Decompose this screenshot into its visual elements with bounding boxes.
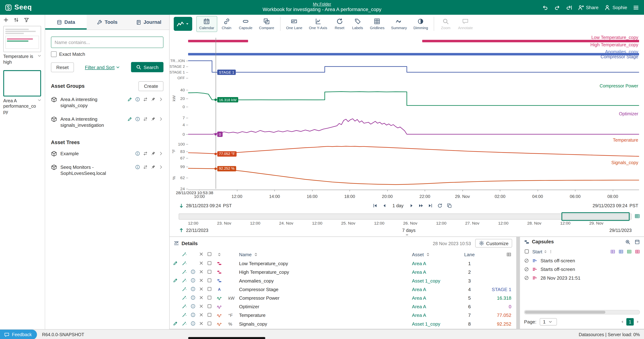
page-select[interactable]: 1 xyxy=(540,318,557,326)
capsule-bar[interactable] xyxy=(188,53,639,55)
details-row-compressor-power[interactable]: kWCompressor PowerArea A516.318 xyxy=(170,294,516,302)
lane-compressor-power[interactable]: 40200kW16.318 kW xyxy=(188,90,639,107)
trend-chart[interactable]: Low Temperature_copyHigh Temperature_cop… xyxy=(170,33,644,201)
pin-icon[interactable] xyxy=(151,117,156,122)
details-row-temperature[interactable]: °FTemperatureArea A777.052 xyxy=(170,311,516,319)
pencil-icon[interactable] xyxy=(127,97,132,102)
lane-label-optimizer[interactable]: Optimizer xyxy=(619,111,638,117)
zoom-capsules-button[interactable] xyxy=(625,239,630,244)
close-x-icon[interactable] xyxy=(199,312,204,317)
toolbar-button-summary[interactable]: Summary xyxy=(388,16,410,32)
select-all-checkbox[interactable] xyxy=(207,251,212,256)
details-row-anomalies-copy[interactable]: Anomalies_copyAsset 1_copy3 xyxy=(170,276,516,285)
info-icon[interactable] xyxy=(135,151,140,156)
checkbox-icon[interactable] xyxy=(207,304,212,309)
chevron-down-icon[interactable] xyxy=(38,54,42,58)
user-menu[interactable]: Sophie xyxy=(604,4,627,10)
exact-match-checkbox[interactable]: Exact Match xyxy=(51,51,164,57)
capsule-column-icon[interactable] xyxy=(627,249,632,254)
seeq-logo[interactable]: Seeq xyxy=(14,3,32,11)
timeline-track[interactable] xyxy=(179,214,632,220)
toolbar-button-one-y-axis[interactable]: One Y-Axis xyxy=(306,16,330,32)
worksheet-item-temperature-is-high[interactable]: Temperature is high xyxy=(3,26,42,65)
display-range-end[interactable]: 29/11/2023 09:24 PST xyxy=(592,203,638,208)
lane-compressor-stage[interactable]: TR...IONSTAGE 2STAGE 1OFFSTAGE 1 xyxy=(188,61,639,78)
swap-icon[interactable] xyxy=(143,97,148,102)
hamburger-menu[interactable] xyxy=(633,4,639,10)
wand-icon[interactable] xyxy=(182,286,187,291)
info-icon[interactable] xyxy=(190,304,196,309)
swap-icon[interactable] xyxy=(143,117,148,122)
capsule-row[interactable]: Starts off-screen xyxy=(520,256,644,265)
customize-button[interactable]: Customize xyxy=(475,239,512,248)
copy-range-button[interactable] xyxy=(447,203,452,208)
info-icon[interactable] xyxy=(190,286,196,291)
details-row-low-temperature-copy[interactable]: Low Temperature_copyArea A1 xyxy=(170,259,516,268)
details-row-compressor-stage[interactable]: ACompressor StageArea A4STAGE 1 xyxy=(170,285,516,293)
asset-link[interactable]: Area A xyxy=(412,313,426,318)
toolbar-button-compare[interactable]: Compare xyxy=(256,16,277,32)
info-icon[interactable] xyxy=(135,164,140,169)
wand-icon[interactable] xyxy=(182,278,187,283)
details-row-optimizer[interactable]: OptimizerArea A60 xyxy=(170,302,516,311)
duration-label[interactable]: 1 day xyxy=(392,203,404,208)
wand-icon[interactable] xyxy=(182,304,187,309)
pin-icon[interactable] xyxy=(151,151,156,156)
step-back-button[interactable] xyxy=(382,203,387,208)
asset-link[interactable]: Area A xyxy=(412,295,426,300)
view-selector-button[interactable] xyxy=(174,17,192,31)
timeline-selection[interactable] xyxy=(562,212,630,221)
redo-button[interactable] xyxy=(554,4,560,10)
pencil-icon[interactable] xyxy=(127,117,132,122)
chevron-down-icon[interactable] xyxy=(38,98,42,102)
swap-icon[interactable] xyxy=(143,164,148,169)
asset-group-area-a-interesting-signals-investigation[interactable]: Area A interesting signals_investigation xyxy=(51,112,164,132)
pencil-icon[interactable] xyxy=(173,261,178,266)
tab-data[interactable]: Data xyxy=(45,15,86,30)
create-asset-group-button[interactable]: Create xyxy=(139,81,164,91)
info-icon[interactable] xyxy=(190,312,196,317)
pin-icon[interactable] xyxy=(151,97,156,102)
lane-label-compressor-stage[interactable]: Compressor Stage xyxy=(600,54,638,59)
close-x-icon[interactable] xyxy=(199,321,204,326)
current-page[interactable]: 1 xyxy=(626,318,634,326)
wand-icon[interactable] xyxy=(182,269,187,274)
checkbox-icon[interactable] xyxy=(207,278,212,283)
close-x-icon[interactable] xyxy=(199,269,204,274)
feedback-button[interactable]: Feedback xyxy=(0,330,37,339)
capsule-column-icon[interactable] xyxy=(610,249,616,254)
capsule-row[interactable]: 28 Nov 2023 21:51 xyxy=(520,273,644,282)
remove-all-icon[interactable] xyxy=(199,251,204,256)
capsule-row[interactable]: Starts off-screen xyxy=(520,265,644,273)
lane-label-anomalies-copy[interactable]: Anomalies_copy xyxy=(605,49,638,55)
details-row-high-temperature-copy[interactable]: High Temperature_copyArea A2 xyxy=(170,268,516,276)
checkbox-icon[interactable] xyxy=(207,295,212,300)
lane-label-low-temperature-copy[interactable]: Low Temperature_copy xyxy=(592,35,638,40)
asset-link[interactable]: Area A xyxy=(412,287,426,292)
wand-icon[interactable] xyxy=(182,261,187,266)
tab-journal[interactable]: Journal xyxy=(128,15,169,30)
toolbar-button-dimming[interactable]: Dimming xyxy=(410,16,431,32)
asset-link[interactable]: Asset 1_copy xyxy=(412,278,440,283)
lane-signals-copy[interactable]: 996224%92.252 % xyxy=(188,167,639,189)
worksheet-item-area-a-performance-copy[interactable]: Area A performance_copy xyxy=(3,70,42,115)
toolbar-button-zoom[interactable]: Zoom xyxy=(437,16,454,32)
close-x-icon[interactable] xyxy=(199,261,204,266)
capsule-column-icon[interactable] xyxy=(635,249,640,254)
info-icon[interactable] xyxy=(190,269,196,274)
sort-type-icon[interactable] xyxy=(217,252,222,257)
value-column-icon[interactable] xyxy=(506,252,512,257)
select-all-capsules-checkbox[interactable] xyxy=(524,249,530,254)
wand-icon[interactable] xyxy=(182,312,187,317)
breadcrumb-folder-link[interactable]: My Folder xyxy=(313,1,331,6)
wand-icon[interactable] xyxy=(182,321,187,326)
pencil-icon[interactable] xyxy=(173,321,178,326)
wand-icon[interactable] xyxy=(182,251,187,256)
close-x-icon[interactable] xyxy=(199,278,204,283)
wand-icon[interactable] xyxy=(182,295,187,300)
send-range-down-icon[interactable] xyxy=(179,203,184,208)
info-icon[interactable] xyxy=(190,321,196,326)
jump-start-button[interactable] xyxy=(372,203,377,208)
redo-all-button[interactable] xyxy=(566,4,572,10)
lane-temperature[interactable]: 1008367°F77.052 °F xyxy=(188,144,639,158)
